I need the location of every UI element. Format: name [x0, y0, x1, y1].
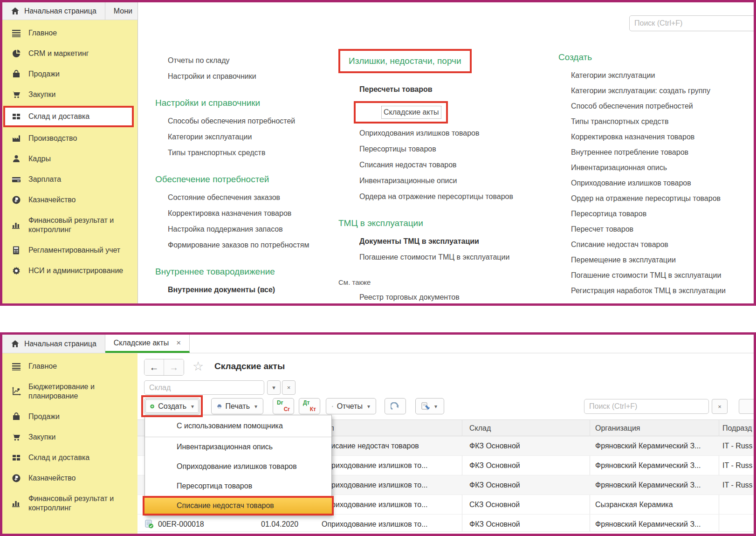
menu-link[interactable]: Формирование заказов по потребностям — [168, 237, 314, 253]
menu-link[interactable]: Корректировка назначения товаров — [168, 206, 314, 221]
sidebar-item-sklad-i-dostavka[interactable]: Склад и доставка — [2, 447, 137, 468]
cell-number: 00ER-000018 — [158, 515, 204, 534]
menu-link[interactable]: Погашение стоимости ТМЦ в эксплуатации — [571, 268, 754, 283]
export-button[interactable]: ▾ — [415, 398, 444, 414]
menu-link[interactable]: Перемещение в эксплуатации — [571, 252, 754, 268]
cell-department: IT - Russ — [722, 475, 753, 495]
tab-home[interactable]: Начальная страница — [2, 335, 105, 353]
menu-link[interactable]: Оприходования излишков товаров — [359, 125, 534, 141]
menu-link[interactable]: Инвентаризационные описи — [359, 173, 534, 189]
sidebar-item-prodazhi[interactable]: Продажи — [2, 406, 137, 427]
menu-link[interactable]: Пересортица товаров — [571, 206, 754, 221]
menu-item-shortage-writeoff[interactable]: Списание недостач товаров — [143, 496, 334, 515]
dtkt-button[interactable]: Дт Кт — [299, 398, 320, 414]
column-header-warehouse[interactable]: Склад — [469, 420, 491, 436]
menu-link[interactable]: Отчеты по складу — [168, 53, 314, 69]
menu-link[interactable]: Способы обеспечения потребностей — [168, 113, 314, 129]
menu-link[interactable]: Настройки и справочники — [168, 69, 314, 84]
reports-button[interactable]: Отчеты ▾ — [326, 398, 376, 414]
forward-button[interactable]: → — [164, 359, 184, 375]
print-button[interactable]: Печать ▾ — [211, 398, 263, 414]
menu-link[interactable]: Реестр торговых документов — [359, 289, 534, 303]
menu-link[interactable]: Ордер на отражение пересортицы товаров — [571, 191, 754, 206]
sidebar-item-finrezultat[interactable]: Финансовый результат и контроллинг — [2, 210, 137, 240]
menu-item-inventory-list[interactable]: Инвентаризационная опись — [145, 437, 331, 457]
sidebar-item-prodazhi[interactable]: Продажи — [2, 64, 137, 84]
sidebar-item-zarplata[interactable]: Зарплата — [2, 169, 137, 190]
menu-link[interactable]: Корректировка назначения товаров — [571, 129, 754, 144]
sidebar-item-budget[interactable]: Бюджетирование и планирование — [2, 377, 137, 406]
menu-link[interactable]: Настройка поддержания запасов — [168, 221, 314, 237]
menu-link[interactable]: Категории эксплуатации — [571, 68, 754, 83]
chevron-down-icon[interactable]: ▾ — [267, 380, 281, 395]
sidebar-item-kadry[interactable]: Кадры — [2, 149, 137, 169]
sidebar-item-reglament-uchet[interactable]: Регламентированный учет — [2, 240, 137, 261]
menu-link[interactable]: Погашение стоимости ТМЦ в эксплуатации — [359, 249, 534, 265]
warehouse-filter-input[interactable] — [144, 380, 264, 395]
sidebar-item-glavnoe[interactable]: Главное — [2, 23, 137, 43]
menu-link[interactable]: Регистрация наработок ТМЦ в эксплуатации — [571, 283, 754, 298]
sidebar-item-crm[interactable]: CRM и маркетинг — [2, 43, 137, 64]
menu-link[interactable]: Типы транспортных средств — [571, 114, 754, 129]
favorite-star-icon[interactable]: ☆ — [192, 359, 204, 374]
tab-label: Начальная страница — [24, 7, 96, 15]
sidebar-item-zakupki[interactable]: Закупки — [2, 427, 137, 447]
create-button[interactable]: Создать ▾ — [144, 398, 200, 414]
menu-link[interactable]: Состояние обеспечения заказов — [168, 190, 314, 206]
edge-partial-button[interactable] — [739, 399, 756, 414]
tab-monitoring-partial[interactable]: Мони — [105, 2, 141, 20]
menu-link[interactable]: Категории эксплуатации — [168, 129, 314, 145]
document-arrow-icon — [421, 402, 430, 411]
sidebar-item-kaznacheystvo[interactable]: Казначейство — [2, 190, 137, 210]
clear-filter-button[interactable]: × — [282, 380, 296, 395]
menu-link[interactable]: Ордера на отражение пересортицы товаров — [359, 189, 534, 205]
clear-search-button[interactable]: × — [712, 399, 728, 414]
menu-item-assistant[interactable]: С использованием помощника — [145, 415, 331, 437]
home-icon — [11, 7, 20, 15]
column-header-organization[interactable]: Организация — [595, 420, 640, 436]
sidebar-item-kaznacheystvo[interactable]: Казначейство — [2, 468, 137, 488]
sidebar-item-finrezultat[interactable]: Финансовый результат и контроллинг — [2, 488, 137, 518]
menu-link[interactable]: Внутреннее потребление товаров — [571, 144, 754, 160]
factory-icon — [12, 134, 21, 143]
chevron-down-icon: ▾ — [367, 403, 370, 410]
back-button[interactable]: ← — [144, 359, 164, 375]
tab-skladskie-akty[interactable]: Складские акты × — [105, 335, 190, 353]
menu-link[interactable]: Внутренние документы (все) — [168, 282, 314, 298]
drcr-button[interactable]: Dr Cr — [273, 398, 294, 414]
menu-link[interactable]: Пересчеты товаров — [359, 82, 534, 97]
sidebar-item-sklad-i-dostavka[interactable]: Склад и доставка — [3, 106, 134, 127]
chevron-down-icon: ▾ — [191, 403, 194, 410]
search-input[interactable] — [584, 399, 709, 414]
sidebar-item-glavnoe[interactable]: Главное — [2, 356, 137, 377]
menu-link[interactable]: Категории эксплуатации: создать группу — [571, 83, 754, 98]
menu-item-surplus-posting[interactable]: Оприходование излишков товаров — [145, 457, 331, 476]
menu-link[interactable]: Способ обеспечения потребностей — [571, 98, 754, 114]
menu-item-regrading[interactable]: Пересортица товаров — [145, 476, 331, 496]
menu-link[interactable]: Типы транспортных средств — [168, 145, 314, 161]
sidebar-item-nsi-admin[interactable]: НСИ и администрирование — [2, 261, 137, 281]
cell-date: 01.04.2020 — [261, 515, 298, 534]
menu-link[interactable]: Списание недостач товаров — [571, 237, 754, 252]
menu-link[interactable]: Списания недостач товаров — [359, 157, 534, 173]
menu-link[interactable]: Инвентаризационная опись — [571, 160, 754, 175]
post-document-button[interactable] — [385, 398, 406, 414]
menu-link[interactable]: Документы ТМЦ в эксплуатации — [359, 234, 534, 249]
screenshot-skladskie-akty: Начальная страница Складские акты × Глав… — [0, 332, 756, 536]
search-input[interactable] — [629, 15, 754, 31]
menu-link[interactable]: Пересчет товаров — [571, 221, 754, 237]
menu-link[interactable]: Оприходование излишков товаров — [571, 175, 754, 191]
menu-link-skladskie-akty[interactable]: Складские акты — [381, 106, 441, 119]
menu-link[interactable]: Пересортицы товаров — [359, 141, 534, 157]
tab-home[interactable]: Начальная страница — [2, 2, 105, 20]
see-also-label: См. также — [338, 275, 534, 289]
table-row[interactable]: 00ER-000018 01.04.2020 Оприходование изл… — [137, 515, 754, 532]
page-title: Складские акты — [214, 361, 285, 371]
column-header-department[interactable]: Подразд — [722, 420, 752, 436]
sidebar-item-proizvodstvo[interactable]: Производство — [2, 128, 137, 149]
flyout-column-2: Излишки, недостачи, порчи Пересчеты това… — [338, 49, 534, 303]
person-icon — [12, 154, 21, 164]
screenshot-menu-sklad: Начальная страница Мони Главное CRM и ма… — [0, 0, 756, 306]
close-icon[interactable]: × — [176, 338, 181, 348]
sidebar-item-zakupki[interactable]: Закупки — [2, 84, 137, 105]
